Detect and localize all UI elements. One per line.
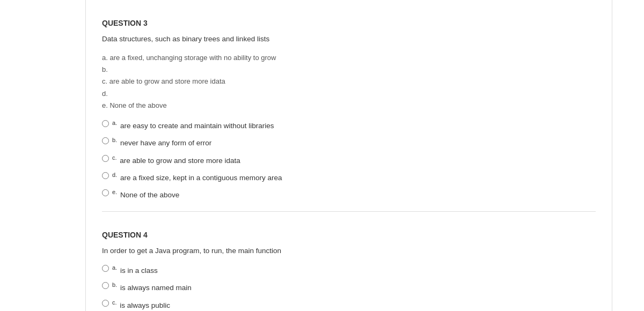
question-4-option-a[interactable]: a. is in a class — [102, 264, 596, 276]
page-wrapper: QUESTION 3 Data structures, such as bina… — [0, 0, 644, 311]
question-4-title: QUESTION 4 — [102, 231, 596, 239]
question-4-option-b[interactable]: b. is always named main — [102, 281, 596, 293]
question-3-option-a[interactable]: a. are easy to create and maintain witho… — [102, 119, 596, 131]
question-3-option-c[interactable]: c. are able to grow and store more idata — [102, 154, 596, 166]
question-3-choices-text: a. are a fixed, unchanging storage with … — [102, 52, 596, 111]
question-3-radio-options: a. are easy to create and maintain witho… — [102, 119, 596, 201]
question-3-radio-e[interactable] — [102, 189, 109, 196]
left-sidebar — [0, 0, 86, 311]
question-4-block: QUESTION 4 In order to get a Java progra… — [102, 223, 596, 311]
question-4-radio-a[interactable] — [102, 265, 109, 272]
question-4-radio-c[interactable] — [102, 300, 109, 307]
question-3-option-e[interactable]: e. None of the above — [102, 188, 596, 200]
question-3-option-d[interactable]: d. are a fixed size, kept in a contiguou… — [102, 171, 596, 183]
question-3-title: QUESTION 3 — [102, 19, 596, 27]
question-3-text: Data structures, such as binary trees an… — [102, 34, 596, 45]
right-sidebar — [612, 0, 644, 311]
question-3-radio-c[interactable] — [102, 155, 109, 162]
question-4-radio-options: a. is in a class b. is always named main… — [102, 264, 596, 311]
question-3-radio-a[interactable] — [102, 120, 109, 127]
question-4-option-c[interactable]: c. is always public — [102, 299, 596, 310]
question-4-text: In order to get a Java program, to run, … — [102, 246, 596, 256]
question-3-block: QUESTION 3 Data structures, such as bina… — [102, 11, 596, 212]
question-3-radio-d[interactable] — [102, 172, 109, 179]
main-content: QUESTION 3 Data structures, such as bina… — [86, 0, 612, 311]
question-3-radio-b[interactable] — [102, 137, 109, 144]
question-4-radio-b[interactable] — [102, 282, 109, 289]
question-3-option-b[interactable]: b. never have any form of error — [102, 136, 596, 148]
